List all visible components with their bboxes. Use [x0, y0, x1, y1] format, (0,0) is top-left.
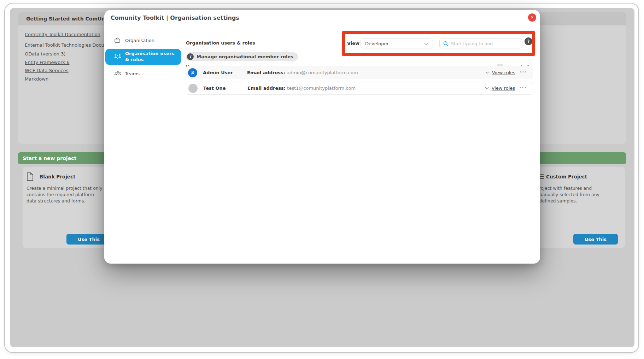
view-select-value: Developer: [365, 41, 389, 46]
blank-project-title: Blank Project: [40, 174, 75, 180]
briefcase-icon: [114, 37, 121, 43]
info-icon: i: [187, 53, 194, 60]
email-label: Email address:: [247, 86, 286, 91]
search-icon: [443, 41, 449, 46]
chevron-down-icon[interactable]: [485, 71, 489, 74]
help-button[interactable]: ?: [525, 37, 532, 45]
sidebar-item-teams[interactable]: Teams: [105, 66, 181, 81]
user-email: Email address: admin@comunityplatform.co…: [247, 70, 358, 75]
chevron-down-icon[interactable]: [485, 87, 489, 89]
link-wcf-data-services[interactable]: WCF Data Services: [25, 68, 69, 73]
close-button[interactable]: ✕: [528, 13, 536, 22]
avatar: [188, 84, 198, 93]
email-label: Email address:: [247, 70, 285, 75]
link-odata[interactable]: OData (version 3): [25, 51, 66, 57]
sidebar-item-label: Organisation users & roles: [125, 51, 178, 63]
manage-roles-pill-label: Manage organisational member roles: [197, 54, 293, 59]
avatar: [188, 68, 197, 77]
view-label: View: [347, 41, 359, 46]
teams-icon: [114, 71, 121, 77]
help-icon: ?: [527, 39, 530, 44]
user-row-admin-user: Admin User Email address: admin@comunity…: [185, 66, 533, 79]
organisation-settings-modal: Comunity Toolkit | Organisation settings…: [104, 10, 540, 264]
email-value: admin@comunityplatform.com: [287, 70, 358, 75]
close-icon: ✕: [531, 16, 534, 19]
chevron-down-icon: [424, 41, 428, 46]
link-markdown[interactable]: Markdown: [25, 76, 48, 82]
sidebar-item-organisation[interactable]: Organisation: [105, 33, 181, 47]
custom-project-title: Custom Project: [546, 174, 587, 180]
view-roles-link[interactable]: View roles: [492, 86, 515, 91]
link-entity-framework[interactable]: Entity Framework 6: [25, 60, 69, 65]
content-heading: Organisation users & roles: [186, 40, 255, 46]
person-icon: [190, 70, 195, 75]
sidebar-item-label: Organisation: [125, 38, 154, 43]
search-input[interactable]: [440, 39, 522, 48]
document-icon: [27, 172, 34, 183]
sidebar-item-organisation-users-roles[interactable]: Organisation users & roles: [105, 49, 181, 65]
search-box: [439, 39, 522, 48]
user-name: Admin User: [203, 70, 247, 75]
users-roles-icon: [114, 54, 121, 60]
more-options-icon[interactable]: ···: [519, 85, 527, 90]
custom-project-use-this-button[interactable]: Use This: [573, 234, 618, 245]
user-email: Email address: test1@comunityplatform.co…: [247, 86, 356, 91]
link-comunity-toolkit-documentation[interactable]: ComUnity Toolkit Documentation: [25, 32, 100, 37]
user-row-test-one: Test One Email address: test1@comunitypl…: [185, 82, 533, 95]
email-value: test1@comunityplatform.com: [287, 86, 356, 91]
more-options-icon[interactable]: ···: [520, 69, 527, 75]
manage-roles-pill: i Manage organisational member roles: [186, 52, 298, 61]
blank-project-description: Create a minimal project that only conta…: [27, 185, 104, 204]
view-select[interactable]: Developer: [361, 39, 433, 48]
sidebar-item-label: Teams: [125, 71, 140, 76]
user-name: Test One: [203, 86, 247, 91]
view-roles-link[interactable]: View roles: [492, 70, 515, 75]
modal-title: Comunity Toolkit | Organisation settings: [111, 14, 239, 21]
